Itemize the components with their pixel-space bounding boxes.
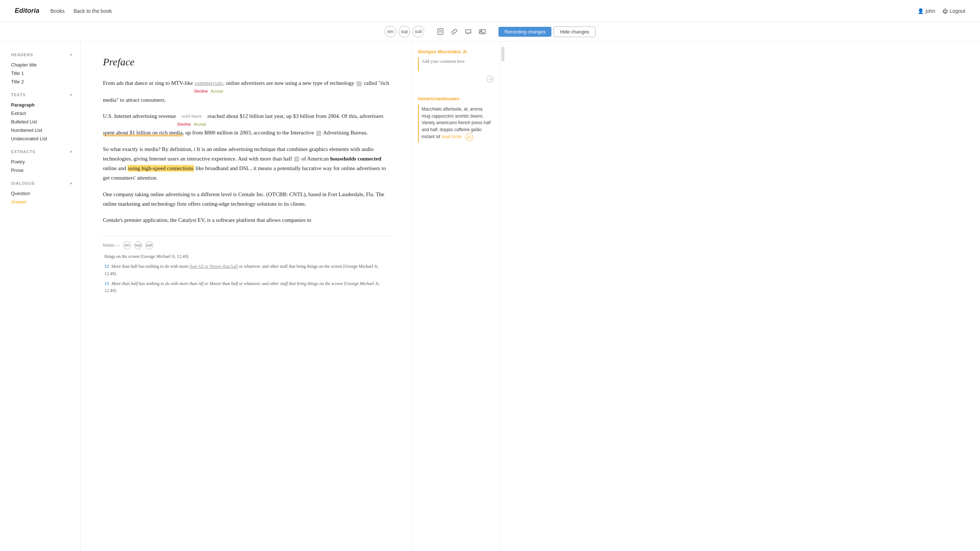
sidebar-item-bulleted-list[interactable]: Bulleted List — [11, 118, 73, 126]
editor-content[interactable]: Preface From ads that dance or sing to M… — [81, 41, 412, 551]
nav-back-to-book[interactable]: Back to the book — [73, 8, 112, 14]
footnote-num-1: 12 — [104, 264, 109, 269]
commercials-text: commercials — [194, 78, 223, 88]
decline-button-1[interactable]: Decline — [194, 88, 208, 95]
comment-tool[interactable] — [463, 26, 474, 38]
sidebar-item-title2[interactable]: Title 2 — [11, 78, 73, 86]
decline-button-2[interactable]: Decline — [177, 121, 191, 128]
paragraph-4: One company taking online advertising to… — [103, 189, 390, 209]
comment-box-2: henericvanleuwen Macchiato aftertaste, a… — [418, 96, 494, 143]
sidebar-headers-title[interactable]: HEADERS ▼ — [11, 52, 73, 57]
paragraph-1: From ads that dance or sing to MTV-like … — [103, 78, 390, 105]
sidebar-headers-group: HEADERS ▼ Chapter title Title 1 Title 2 — [11, 52, 73, 86]
sidebar-item-numbered-list[interactable]: Numbered List — [11, 126, 73, 135]
comment-count: 15 — [465, 133, 473, 141]
svg-rect-0 — [438, 29, 443, 35]
highlighted-phrase-2: using high-speed connections — [127, 165, 194, 171]
brand-logo: Editoria — [15, 7, 39, 15]
paragraph-3: So what exactly is media? By definition,… — [103, 144, 390, 183]
footnote-header: Notes --- em sup sub — [103, 241, 390, 249]
dialogue-chevron: ▼ — [69, 181, 73, 186]
sup-tool[interactable]: sup — [398, 26, 410, 38]
comment-author-2: henericvanleuwen — [418, 96, 494, 102]
logout-button[interactable]: ⏻ Logout — [942, 8, 965, 14]
comment-box-1: Giorgos Moustakis Jr. — [418, 49, 494, 85]
footnote-item-1: 12 More than half has nothing to do with… — [103, 263, 390, 277]
power-icon: ⏻ — [942, 8, 948, 14]
scroll-thumb[interactable] — [501, 47, 504, 61]
footnote-text-0: things on the screen [George Michael Jr,… — [104, 254, 189, 259]
extracts-chevron: ▼ — [69, 150, 73, 154]
change-will-have: will have Decline Accept — [177, 111, 206, 128]
comment-send-button[interactable] — [486, 75, 494, 85]
accept-button-1[interactable]: Accept — [211, 88, 223, 95]
comment-send-area — [418, 75, 494, 85]
headers-chevron: ▼ — [69, 53, 73, 57]
scrollbar-area — [500, 41, 505, 551]
change-commercials: commercials Decline Accept — [194, 78, 223, 95]
footnote-title: Notes --- — [103, 242, 120, 249]
nav-books[interactable]: Books — [50, 8, 65, 14]
main-layout: HEADERS ▼ Chapter title Title 1 Title 2 … — [0, 41, 980, 551]
sidebar-item-question[interactable]: Question — [11, 189, 73, 198]
logout-label: Logout — [950, 8, 965, 14]
recording-changes-button[interactable]: Recording changes — [498, 27, 551, 37]
sidebar-texts-group: TEXTS ▼ Paragraph Extract Bulleted List … — [11, 92, 73, 143]
username: john — [926, 8, 935, 14]
strikethrough-text: will have — [181, 111, 202, 121]
footnote-item-0: things on the screen [George Michael Jr,… — [103, 253, 390, 260]
footnote-text-2: More than half has nothing to do with mo… — [104, 281, 380, 293]
footnote-area: Notes --- em sup sub things on the scree… — [103, 236, 390, 294]
sidebar-item-undecorated-list[interactable]: Undecorated List — [11, 135, 73, 143]
sidebar-extracts-group: EXTRACTS ▼ Poetry Prose — [11, 149, 73, 175]
link-tool[interactable] — [449, 26, 460, 38]
hide-changes-button[interactable]: Hide changes — [554, 27, 595, 37]
footnote-sub: sub — [145, 241, 153, 249]
comment-author-1: Giorgos Moustakis Jr. — [418, 49, 494, 54]
paragraph-2: U.S. Internet advertising revenue will h… — [103, 111, 390, 138]
nav-user: 👤 john — [918, 8, 935, 14]
comment-input-1[interactable] — [418, 57, 494, 71]
footnote-em: em — [123, 241, 131, 249]
sidebar-item-title1[interactable]: Title 1 — [11, 69, 73, 78]
sidebar-extracts-title[interactable]: EXTRACTS ▼ — [11, 149, 73, 154]
user-icon: 👤 — [918, 8, 924, 14]
bold-phrase: households connected — [330, 156, 381, 162]
nav-right: 👤 john ⏻ Logout — [918, 8, 965, 14]
image-tool[interactable] — [476, 26, 488, 38]
top-navigation: Editoria Books Back to the book 👤 john ⏻… — [0, 0, 980, 22]
highlighted-phrase-1: spent about $1 billion on rich media — [103, 130, 183, 136]
paragraph-5: Centale's premier application, the Catal… — [103, 215, 390, 225]
edit-icon-3: ▪ — [294, 157, 299, 162]
sidebar-item-answer[interactable]: Answer — [11, 198, 73, 206]
sidebar-item-extract[interactable]: Extract — [11, 109, 73, 118]
chapter-title: Preface — [103, 56, 390, 68]
footnote-sup: sup — [134, 241, 142, 249]
sidebar-item-prose[interactable]: Prose — [11, 166, 73, 175]
em-tool[interactable]: em — [385, 26, 396, 38]
change-actions-2: Decline Accept — [177, 121, 206, 128]
sidebar-dialogue-group: DIALOGUE ▼ Question Answer — [11, 181, 73, 206]
read-more-link[interactable]: read more — [441, 135, 462, 140]
footnote-num-2: 13 — [104, 281, 109, 286]
sub-tool[interactable]: sub — [412, 26, 424, 38]
comment-text-2: Macchiato aftertaste, at, aroma mug capp… — [418, 104, 494, 143]
footnote-text-1: More than half has nothing to do with mo… — [104, 264, 378, 276]
sidebar-item-chapter-title[interactable]: Chapter title — [11, 60, 73, 69]
footnote-item-2: 13 More than half has nothing to do with… — [103, 280, 390, 294]
accept-button-2[interactable]: Accept — [194, 121, 206, 128]
sidebar-item-paragraph[interactable]: Paragraph — [11, 101, 73, 109]
sidebar-dialogue-title[interactable]: DIALOGUE ▼ — [11, 181, 73, 186]
comment-panel: Giorgos Moustakis Jr. henericvanleuwen M… — [412, 41, 500, 551]
texts-chevron: ▼ — [69, 93, 73, 97]
sidebar-item-poetry[interactable]: Poetry — [11, 157, 73, 166]
editor-toolbar: em sup sub Recording changes Hide change… — [0, 22, 980, 41]
sidebar: HEADERS ▼ Chapter title Title 1 Title 2 … — [0, 41, 81, 551]
sidebar-texts-title[interactable]: TEXTS ▼ — [11, 92, 73, 97]
svg-rect-3 — [479, 29, 485, 34]
edit-icon-2: ▪ — [316, 131, 321, 136]
edit-icon-1: ▪ — [356, 81, 362, 86]
note-tool[interactable] — [434, 26, 446, 38]
change-actions-1: Decline Accept — [194, 88, 223, 95]
